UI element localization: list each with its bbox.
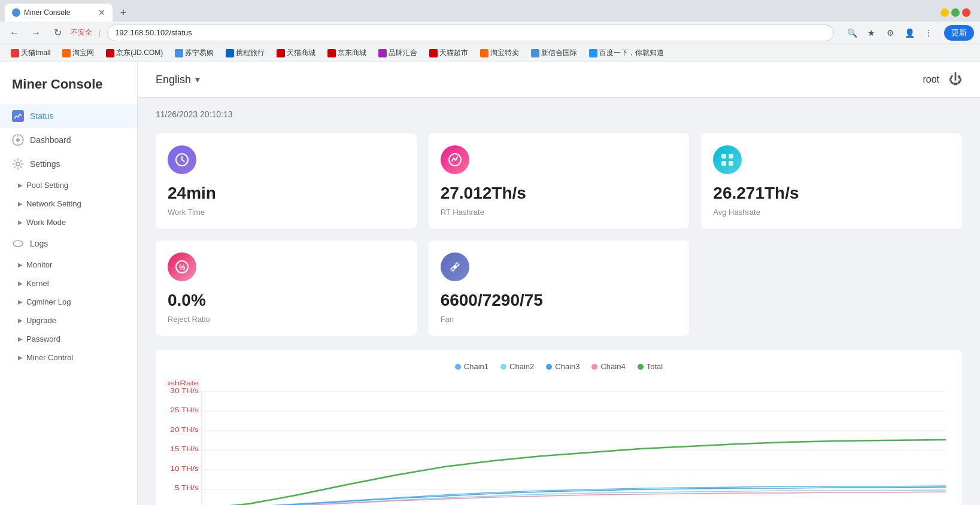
sidebar-item-cgminer-log[interactable]: Cgminer Log [0, 293, 137, 311]
content-body: 11/26/2023 20:10:13 24min Work Time [138, 98, 980, 505]
legend-dot-chain4 [591, 364, 597, 370]
svg-text:5 TH/s: 5 TH/s [175, 485, 199, 492]
status-icon [12, 110, 24, 122]
legend-chain1: Chain1 [455, 362, 489, 371]
chart-area: Chain1 Chain2 Chain3 Chain4 [156, 350, 962, 505]
svg-rect-13 [721, 161, 726, 166]
new-tab-button[interactable]: + [115, 4, 132, 21]
svg-text:30 TH/s: 30 TH/s [170, 388, 198, 395]
tab-bar: Miner Console ✕ + [0, 0, 980, 22]
main-content: English ▼ root ⏻ 11/26/2023 20:10:13 [138, 62, 980, 505]
dashboard-icon [12, 134, 24, 146]
bookmark-baidu[interactable]: 百度一下，你就知道 [584, 47, 669, 59]
power-button[interactable]: ⏻ [949, 72, 962, 87]
security-label: 不安全 [71, 28, 92, 38]
sidebar-title: Miner Console [0, 62, 137, 104]
legend-dot-total [638, 364, 644, 370]
sidebar-item-logs[interactable]: Logs [0, 232, 137, 255]
svg-rect-11 [721, 154, 726, 159]
legend-dot-chain1 [455, 364, 461, 370]
star-icon[interactable]: ★ [863, 25, 879, 41]
address-input[interactable] [107, 25, 834, 41]
bookmark-ctrip[interactable]: 携程旅行 [221, 47, 269, 59]
sidebar-item-monitor[interactable]: Monitor [0, 255, 137, 274]
svg-point-17 [453, 265, 457, 269]
bookmark-brand[interactable]: 品牌汇合 [374, 47, 422, 59]
bookmark-tbsale[interactable]: 淘宝特卖 [475, 47, 524, 59]
sidebar-item-password[interactable]: Password [0, 330, 137, 348]
bookmark-tmall[interactable]: 天猫tmall [6, 47, 55, 59]
sidebar-item-settings[interactable]: Settings [0, 152, 137, 176]
profile-icon[interactable]: 👤 [901, 25, 918, 41]
bookmark-tmall2[interactable]: 天猫商城 [272, 47, 320, 59]
settings-icon [12, 158, 24, 170]
bookmark-tmallsuper[interactable]: 天猫超市 [424, 47, 473, 59]
hashrate-chart: hashRate 30 TH/s 25 TH/s 20 TH/s 15 TH/s… [168, 378, 950, 505]
svg-text:%: % [179, 263, 186, 272]
sidebar-item-upgrade[interactable]: Upgrade [0, 311, 137, 330]
legend-dot-chain3 [546, 364, 552, 370]
bookmark-icon [429, 49, 438, 57]
close-button[interactable] [962, 8, 970, 17]
chart-container: hashRate 30 TH/s 25 TH/s 20 TH/s 15 TH/s… [168, 378, 950, 505]
bookmark-icon [277, 49, 285, 57]
extensions-icon[interactable]: ⚙ [882, 25, 899, 41]
dropdown-arrow: ▼ [193, 75, 202, 84]
stat-card-avg-hashrate: 26.271Th/s Avg Hashrate [701, 133, 962, 229]
svg-text:15 TH/s: 15 TH/s [170, 446, 198, 453]
sidebar-item-logs-label: Logs [30, 239, 48, 248]
minimize-button[interactable] [940, 8, 949, 17]
sidebar-item-pool-setting[interactable]: Pool Setting [0, 176, 137, 194]
bookmarks-bar: 天猫tmall 淘宝网 京东(JD.COM) 苏宁易购 携程旅行 天猫商城 京东… [0, 44, 980, 62]
bookmark-icon [531, 49, 539, 57]
menu-icon[interactable]: ⋮ [920, 25, 937, 41]
bookmark-icon [175, 49, 183, 57]
stat-card-reject-ratio: % 0.0% Reject Ratio [156, 241, 417, 336]
rt-hashrate-icon [441, 145, 469, 174]
tab-close-btn[interactable]: ✕ [98, 8, 105, 17]
sidebar-item-kernel[interactable]: Kernel [0, 274, 137, 293]
sidebar-item-work-mode[interactable]: Work Mode [0, 213, 137, 232]
sidebar-item-network-setting[interactable]: Network Setting [0, 194, 137, 213]
forward-button[interactable]: → [28, 25, 44, 41]
tab-favicon [12, 8, 20, 17]
sidebar-item-miner-control[interactable]: Miner Control [0, 348, 137, 367]
datetime-label: 11/26/2023 20:10:13 [156, 109, 962, 119]
bookmark-icon [106, 49, 114, 57]
update-button[interactable]: 更新 [944, 25, 974, 41]
bookmark-xin[interactable]: 新信合国际 [526, 47, 582, 59]
reject-ratio-icon: % [168, 252, 196, 281]
logs-icon [12, 238, 24, 250]
search-icon[interactable]: 🔍 [844, 25, 860, 41]
bookmark-icon [480, 49, 489, 57]
legend-chain3: Chain3 [546, 362, 579, 371]
bookmark-taobao[interactable]: 淘宝网 [57, 47, 99, 59]
language-selector[interactable]: English ▼ [156, 74, 202, 86]
maximize-button[interactable] [951, 8, 960, 17]
svg-text:25 TH/s: 25 TH/s [170, 407, 198, 414]
svg-rect-12 [729, 154, 733, 159]
work-time-value: 24min [168, 184, 405, 203]
sidebar: Miner Console Status [0, 62, 138, 505]
separator: | [98, 29, 100, 37]
user-label: root [923, 74, 939, 85]
sidebar-item-dashboard-label: Dashboard [30, 135, 71, 145]
stat-card-work-time: 24min Work Time [156, 133, 417, 229]
fan-label: Fan [441, 315, 678, 324]
bookmark-icon [327, 49, 336, 57]
bookmark-suning[interactable]: 苏宁易购 [170, 47, 219, 59]
address-bar: ← → ↻ 不安全 | 🔍 ★ ⚙ 👤 ⋮ 更新 [0, 22, 980, 44]
bookmark-jdshop[interactable]: 京东商城 [323, 47, 371, 59]
refresh-button[interactable]: ↻ [49, 25, 66, 41]
bookmark-icon [11, 49, 19, 57]
sidebar-item-status[interactable]: Status [0, 104, 137, 128]
bookmark-jd[interactable]: 京东(JD.COM) [101, 47, 168, 59]
active-tab[interactable]: Miner Console ✕ [5, 4, 113, 22]
content-header: English ▼ root ⏻ [138, 62, 980, 98]
svg-text:10 TH/s: 10 TH/s [170, 466, 198, 473]
stats-grid: 24min Work Time 27.012Th/s RT Hashrate [156, 133, 962, 336]
rt-hashrate-value: 27.012Th/s [441, 184, 678, 203]
back-button[interactable]: ← [6, 25, 23, 41]
sidebar-item-dashboard[interactable]: Dashboard [0, 128, 137, 152]
svg-point-2 [16, 138, 20, 142]
